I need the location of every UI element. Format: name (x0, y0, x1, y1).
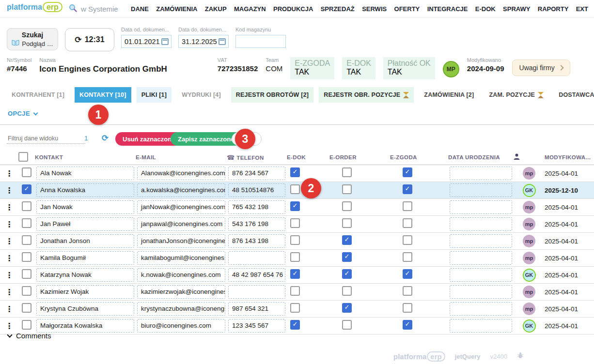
phone-cell[interactable]: 48 42 987 654 76 (228, 268, 285, 282)
tab-pliki[interactable]: PLIKI [1] (137, 87, 172, 103)
menu-item-serwis[interactable]: SERWIS (362, 5, 387, 13)
phone-cell[interactable]: 123 345 567 (228, 319, 285, 333)
phone-cell[interactable]: 987 654 321 (228, 302, 285, 316)
menu-item-sprawy[interactable]: SPRAWY (503, 5, 530, 13)
menu-item-ext[interactable]: EXT (576, 5, 588, 13)
tab-kontakty[interactable]: KONTAKTY [10] (75, 87, 131, 103)
menu-item-dane[interactable]: DANE (131, 5, 149, 13)
birth-date-cell[interactable] (450, 268, 512, 282)
menu-item-edok[interactable]: E-DOK (475, 5, 496, 13)
row-menu-icon[interactable] (0, 288, 18, 297)
app-logo[interactable]: platformaerp (7, 3, 63, 12)
row-menu-icon[interactable] (0, 304, 18, 314)
phone-cell[interactable] (228, 251, 285, 265)
birth-date-cell[interactable] (450, 183, 512, 197)
header-eorder[interactable]: E-ORDER (329, 150, 390, 165)
ezgoda-checkbox[interactable] (403, 235, 412, 245)
contact-name-cell[interactable]: Jan Paweł (36, 217, 134, 231)
menu-item-oferty[interactable]: OFERTY (394, 5, 420, 13)
phone-cell[interactable]: 543 176 198 (228, 217, 285, 231)
bug-icon[interactable] (517, 352, 524, 361)
edok-checkbox[interactable] (290, 167, 300, 177)
eorder-checkbox[interactable] (342, 286, 352, 296)
row-menu-icon[interactable] (0, 169, 18, 178)
contact-name-cell[interactable]: Jonathan Jonson (36, 234, 134, 248)
menu-item-zakup[interactable]: ZAKUP (205, 5, 227, 13)
contact-name-cell[interactable]: Jan Nowak (36, 200, 134, 214)
contact-name-cell[interactable]: Małgorzata Kowalska (36, 319, 134, 333)
eorder-checkbox[interactable] (342, 320, 352, 330)
comments-toggle[interactable]: Comments (8, 332, 51, 340)
calendar-icon[interactable] (161, 38, 169, 45)
ezgoda-checkbox[interactable] (403, 201, 412, 211)
row-select-checkbox[interactable] (22, 184, 31, 194)
email-cell[interactable]: a.kowalska@iconengines.com (137, 183, 225, 197)
company-notes-button[interactable]: Uwagi firmy (512, 60, 570, 76)
eorder-checkbox[interactable] (342, 218, 352, 228)
grid-refresh-icon[interactable] (102, 133, 109, 143)
ezgoda-checkbox[interactable] (403, 303, 412, 313)
date-to-input[interactable] (179, 35, 219, 47)
row-menu-icon[interactable] (0, 321, 18, 331)
edok-checkbox[interactable] (290, 320, 300, 330)
row-select-checkbox[interactable] (22, 167, 31, 177)
options-toggle[interactable]: OPCJE (8, 110, 37, 117)
contact-name-cell[interactable]: Ala Nowak (36, 167, 134, 180)
email-cell[interactable]: biuro@iconengines.com (137, 319, 225, 333)
email-cell[interactable]: kazimierzwojak@iconengines.com (137, 285, 225, 299)
filter-input[interactable] (7, 134, 85, 144)
row-menu-icon[interactable] (0, 237, 18, 246)
row-menu-icon[interactable] (0, 271, 18, 280)
phone-cell[interactable]: 876 234 567 (228, 167, 285, 180)
edok-checkbox[interactable] (290, 201, 300, 211)
calendar-icon[interactable] (219, 38, 226, 45)
edok-checkbox[interactable] (290, 218, 300, 228)
row-select-checkbox[interactable] (22, 286, 31, 296)
save-selected-button[interactable]: Zapisz zaznaczone (171, 132, 241, 146)
contact-name-cell[interactable]: Anna Kowalska (36, 183, 134, 197)
birth-date-cell[interactable] (450, 319, 512, 333)
phone-cell[interactable]: 876 143 198 (228, 234, 285, 248)
menu-item-raporty[interactable]: RAPORTY (538, 5, 569, 13)
ezgoda-checkbox[interactable] (403, 320, 412, 330)
birth-date-cell[interactable] (450, 167, 512, 180)
tab-rejestr-obrotow[interactable]: REJESTR OBROTÓW [2] (231, 87, 313, 103)
header-ezgoda[interactable]: E-ZGODA (390, 150, 448, 165)
contact-name-cell[interactable]: Kamila Bogumił (36, 251, 134, 265)
birth-date-cell[interactable] (450, 302, 512, 316)
edok-checkbox[interactable] (290, 303, 300, 313)
row-menu-icon[interactable] (0, 203, 18, 212)
birth-date-cell[interactable] (450, 234, 512, 248)
email-cell[interactable]: jonathanJonson@iconengines.com (137, 234, 225, 248)
tab-dostawca-nazwa[interactable]: DOSTAWCA NAZWA [1] (554, 87, 594, 103)
tab-zamowienia[interactable]: ZAMÓWIENIA [2] (419, 87, 479, 103)
warehouse-code-input[interactable] (236, 35, 285, 47)
birth-date-cell[interactable] (450, 285, 512, 299)
menu-item-integracje[interactable]: INTEGRACJE (427, 5, 468, 13)
row-select-checkbox[interactable] (22, 252, 31, 262)
birth-date-cell[interactable] (450, 251, 512, 265)
phone-cell[interactable]: 48 510514876 (228, 183, 285, 197)
phone-cell[interactable]: 765 432 198 (228, 200, 285, 214)
contact-name-cell[interactable]: Krystyna Czubówna (36, 302, 134, 316)
select-all-checkbox[interactable] (18, 152, 28, 162)
email-cell[interactable]: janpawal@iconengines.com (137, 217, 225, 231)
header-email[interactable]: E-MAIL (136, 150, 227, 165)
birth-date-cell[interactable] (450, 200, 512, 214)
row-select-checkbox[interactable] (22, 269, 31, 279)
system-search[interactable]: w Systemie (69, 4, 118, 14)
header-birth[interactable]: DATA URODZENIA (448, 150, 514, 165)
header-kontakt[interactable]: KONTAKT (35, 150, 136, 165)
menu-item-magazyn[interactable]: MAGAZYN (234, 5, 266, 13)
tab-wydruki[interactable]: WYDRUKI [4] (177, 87, 226, 103)
menu-item-zamowienia[interactable]: ZAMÓWIENIA (156, 5, 197, 13)
eorder-checkbox[interactable] (342, 303, 352, 313)
edok-checkbox[interactable] (290, 252, 300, 262)
ezgoda-checkbox[interactable] (403, 286, 412, 296)
edok-checkbox[interactable] (290, 269, 300, 279)
email-cell[interactable]: Alanowak@iconengines.com (137, 167, 225, 180)
ezgoda-checkbox[interactable] (403, 252, 412, 262)
contact-name-cell[interactable]: Kazimierz Wojak (36, 285, 134, 299)
birth-date-cell[interactable] (450, 217, 512, 231)
menu-item-produkcja[interactable]: PRODUKCJA (273, 5, 313, 13)
